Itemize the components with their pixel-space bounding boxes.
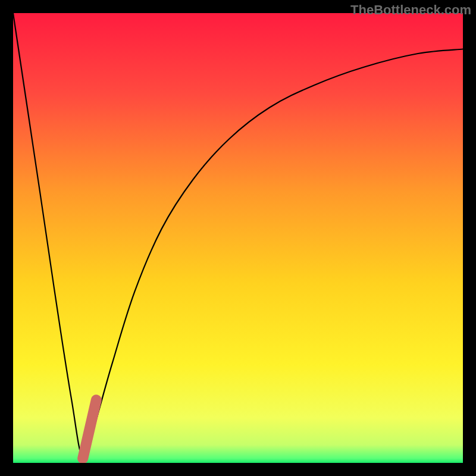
chart-frame <box>13 13 463 463</box>
chart-background <box>13 13 463 463</box>
watermark-text: TheBottleneck.com <box>350 2 471 18</box>
chart-svg <box>13 13 463 463</box>
